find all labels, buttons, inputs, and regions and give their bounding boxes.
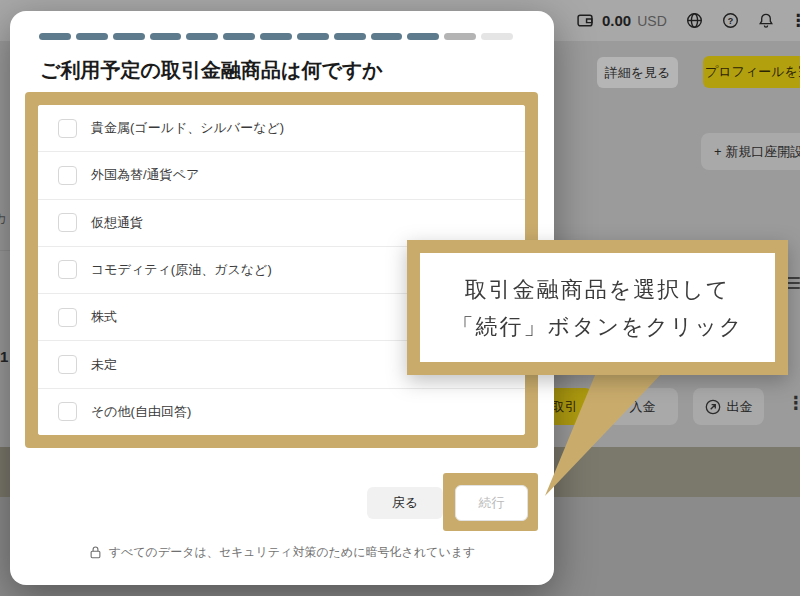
- continue-highlight-box: 続行: [443, 473, 538, 531]
- app-screen: 0.00 USD ? ⋮ 詳細を見る プロフィールを完 + 新規口座開設 カ 1…: [0, 0, 800, 596]
- withdraw-button[interactable]: 出金: [693, 388, 764, 425]
- svg-text:?: ?: [728, 16, 734, 26]
- progress-segment-filled: [150, 33, 182, 40]
- checkbox[interactable]: [58, 166, 77, 185]
- progress-bar: [39, 33, 513, 40]
- wallet-icon[interactable]: [576, 12, 594, 29]
- see-details-button[interactable]: 詳細を見る: [597, 57, 678, 88]
- new-account-button[interactable]: + 新規口座開設: [701, 133, 800, 170]
- withdraw-label: 出金: [727, 398, 753, 416]
- back-button[interactable]: 戻る: [367, 487, 443, 519]
- progress-segment-filled: [371, 33, 403, 40]
- checkbox[interactable]: [58, 260, 77, 279]
- account-currency: USD: [637, 13, 667, 29]
- actions-overflow-icon[interactable]: ⋮: [787, 392, 800, 414]
- progress-segment-filled: [407, 33, 439, 40]
- hamburger-icon[interactable]: [786, 277, 800, 289]
- progress-segment-filled: [76, 33, 108, 40]
- progress-segment-filled: [334, 33, 366, 40]
- security-note-text: すべてのデータは、セキュリティ対策のために暗号化されています: [109, 544, 475, 561]
- account-balance: 0.00: [602, 12, 631, 29]
- progress-segment-filled: [39, 33, 71, 40]
- globe-icon[interactable]: [686, 12, 703, 29]
- tutorial-tooltip-body: 取引金融商品を選択して 「続行」ボタンをクリック: [420, 253, 775, 362]
- option-row-other[interactable]: その他(自由回答): [38, 389, 525, 435]
- modal-title: ご利用予定の取引金融商品は何ですか: [40, 57, 383, 84]
- tutorial-tooltip: 取引金融商品を選択して 「続行」ボタンをクリック: [407, 240, 788, 375]
- progress-segment-filled: [260, 33, 292, 40]
- tooltip-text-line2: 「続行」ボタンをクリック: [451, 308, 743, 345]
- option-row-forex[interactable]: 外国為替/通貨ペア: [38, 152, 525, 199]
- withdraw-arrow-icon: [705, 399, 721, 415]
- checkbox[interactable]: [58, 119, 77, 138]
- background-number-fragment: 1: [0, 348, 8, 365]
- option-row-precious-metals[interactable]: 貴金属(ゴールド、シルバーなど): [38, 105, 525, 152]
- progress-segment-filled: [113, 33, 145, 40]
- security-note: すべてのデータは、セキュリティ対策のために暗号化されています: [10, 544, 554, 561]
- tooltip-text-line1: 取引金融商品を選択して: [465, 271, 731, 308]
- checkbox[interactable]: [58, 402, 77, 421]
- checkbox[interactable]: [58, 355, 77, 374]
- checkbox[interactable]: [58, 213, 77, 232]
- complete-profile-button[interactable]: プロフィールを完: [703, 56, 800, 88]
- progress-segment-empty: [481, 33, 513, 40]
- header-right-group: 0.00 USD ? ⋮: [576, 0, 800, 41]
- background-text-fragment: カ: [0, 210, 7, 228]
- progress-segment-filled: [223, 33, 255, 40]
- checkbox[interactable]: [58, 308, 77, 327]
- continue-button[interactable]: 続行: [455, 485, 528, 521]
- lock-icon: [89, 545, 102, 560]
- overflow-icon[interactable]: ⋮: [790, 10, 800, 31]
- background-divider: [0, 250, 10, 251]
- progress-segment-filled: [297, 33, 329, 40]
- help-icon[interactable]: ?: [722, 12, 739, 29]
- progress-segment-current: [444, 33, 476, 40]
- progress-segment-filled: [186, 33, 218, 40]
- bell-icon[interactable]: [758, 12, 774, 29]
